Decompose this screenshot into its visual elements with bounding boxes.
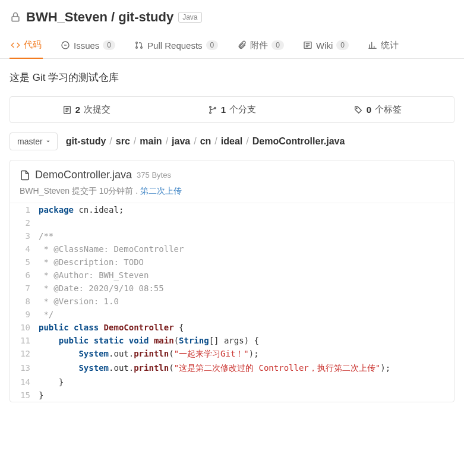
- code-line: 5 * @Description: TODO: [10, 256, 454, 269]
- svg-rect-0: [12, 17, 19, 21]
- line-number: 2: [10, 216, 39, 229]
- line-text: System.out.println("这是第二次修改过的 Controller…: [39, 361, 454, 376]
- tab-attach-label: 附件: [250, 40, 268, 51]
- lock-icon: [10, 11, 21, 23]
- breadcrumb-seg: DemoController.java: [252, 136, 345, 147]
- tab-pulls-label: Pull Requests: [147, 40, 203, 51]
- line-text: /**: [39, 229, 454, 242]
- chevron-down-icon: [45, 138, 51, 144]
- breadcrumb-seg[interactable]: java: [172, 136, 190, 147]
- breadcrumb-separator: /: [214, 136, 217, 147]
- repo-tabs: 代码 Issues 0 Pull Requests 0 附件 0 Wiki 0 …: [0, 33, 464, 59]
- code-icon: [11, 40, 20, 50]
- line-number: 8: [10, 295, 39, 308]
- line-text: * @Author: BWH_Steven: [39, 269, 454, 282]
- line-text: * @ClassName: DemoController: [39, 242, 454, 256]
- tab-stats-label: 统计: [381, 40, 399, 51]
- line-number: 14: [10, 376, 39, 389]
- tab-pulls-count: 0: [206, 40, 219, 50]
- code-line: 12 System.out.println("一起来学习Git！");: [10, 347, 454, 361]
- tab-issues[interactable]: Issues 0: [59, 33, 116, 58]
- file-name: DemoController.java: [35, 169, 132, 181]
- svg-point-7: [209, 106, 211, 108]
- file-commit-message-link[interactable]: 第二次上传: [140, 186, 182, 196]
- line-number: 11: [10, 334, 39, 347]
- branch-selector-label: master: [17, 137, 43, 146]
- tab-stats[interactable]: 统计: [367, 33, 400, 58]
- stat-tags-label: 个标签: [375, 104, 402, 115]
- stats-bar: 2 次提交 1 个分支 0 个标签: [10, 96, 454, 123]
- file-commit-meta: BWH_Steven 提交于 10分钟前 . 第二次上传: [20, 186, 444, 197]
- repo-owner-link[interactable]: BWH_Steven: [26, 10, 108, 24]
- svg-point-8: [209, 112, 211, 114]
- tab-wiki-label: Wiki: [316, 40, 333, 51]
- stat-branches-label: 个分支: [229, 104, 256, 115]
- tab-code[interactable]: 代码: [10, 33, 43, 59]
- tab-attach-count: 0: [272, 40, 284, 50]
- pull-request-icon: [134, 40, 144, 50]
- line-text: System.out.println("一起来学习Git！");: [39, 347, 454, 361]
- repo-path: BWH_Steven / git-study: [26, 10, 173, 25]
- file-icon: [20, 170, 30, 181]
- wiki-icon: [303, 40, 313, 50]
- code-line: 9 */: [10, 308, 454, 321]
- tab-pulls[interactable]: Pull Requests 0: [133, 33, 219, 58]
- code-view: 1package cn.ideal;23/**4 * @ClassName: D…: [10, 203, 454, 402]
- stat-branches[interactable]: 1 个分支: [208, 104, 256, 115]
- line-number: 6: [10, 269, 39, 282]
- stat-commits-count: 2: [75, 105, 80, 115]
- repo-title-row: BWH_Steven / git-study Java: [10, 10, 454, 25]
- tab-issues-count: 0: [103, 40, 115, 50]
- svg-point-4: [141, 47, 143, 49]
- attachment-icon: [237, 40, 247, 50]
- file-panel: DemoController.java 375 Bytes BWH_Steven…: [10, 160, 454, 402]
- tag-icon: [353, 105, 363, 115]
- code-line: 15}: [10, 389, 454, 402]
- line-text: * @Date: 2020/9/10 08:55: [39, 282, 454, 295]
- branch-icon: [208, 105, 217, 115]
- line-number: 10: [10, 321, 39, 334]
- line-text: [39, 216, 454, 229]
- code-line: 4 * @ClassName: DemoController: [10, 242, 454, 256]
- code-line: 3/**: [10, 229, 454, 242]
- code-line: 6 * @Author: BWH_Steven: [10, 269, 454, 282]
- stat-commits-label: 次提交: [84, 104, 111, 115]
- line-number: 3: [10, 229, 39, 242]
- line-text: */: [39, 308, 454, 321]
- breadcrumb-separator: /: [134, 136, 136, 147]
- tab-wiki-count: 0: [336, 40, 349, 50]
- breadcrumb-separator: /: [246, 136, 248, 147]
- line-number: 4: [10, 242, 39, 256]
- code-line: 2: [10, 216, 454, 229]
- file-size: 375 Bytes: [137, 171, 171, 179]
- tab-issues-label: Issues: [74, 40, 99, 51]
- line-number: 15: [10, 389, 39, 402]
- line-text: public static void main(String[] args) {: [39, 334, 454, 347]
- stat-commits[interactable]: 2 次提交: [62, 104, 111, 115]
- line-number: 1: [10, 203, 39, 216]
- file-author: BWH_Steven: [20, 186, 70, 196]
- language-badge: Java: [178, 12, 201, 23]
- tab-wiki[interactable]: Wiki 0: [302, 33, 350, 58]
- line-text: package cn.ideal;: [39, 203, 454, 216]
- repo-name-link[interactable]: git-study: [118, 10, 173, 24]
- code-line: 11 public static void main(String[] args…: [10, 334, 454, 347]
- file-committed-at: 提交于 10分钟前 .: [72, 186, 138, 196]
- breadcrumb-seg[interactable]: main: [140, 136, 162, 147]
- breadcrumb-seg[interactable]: src: [116, 136, 130, 147]
- line-text: }: [39, 376, 454, 389]
- line-text: * @Description: TODO: [39, 256, 454, 269]
- line-text: }: [39, 389, 454, 402]
- line-number: 7: [10, 282, 39, 295]
- stats-icon: [368, 40, 377, 50]
- line-text: public class DemoController {: [39, 321, 454, 334]
- tab-attachments[interactable]: 附件 0: [236, 33, 285, 58]
- code-line: 7 * @Date: 2020/9/10 08:55: [10, 282, 454, 295]
- branch-selector[interactable]: master: [10, 133, 58, 150]
- svg-point-3: [136, 47, 138, 49]
- stat-tags[interactable]: 0 个标签: [353, 104, 402, 115]
- breadcrumb-seg[interactable]: ideal: [221, 136, 242, 147]
- code-line: 8 * @Version: 1.0: [10, 295, 454, 308]
- breadcrumb-seg[interactable]: git-study: [66, 136, 106, 147]
- breadcrumb-seg[interactable]: cn: [200, 136, 212, 147]
